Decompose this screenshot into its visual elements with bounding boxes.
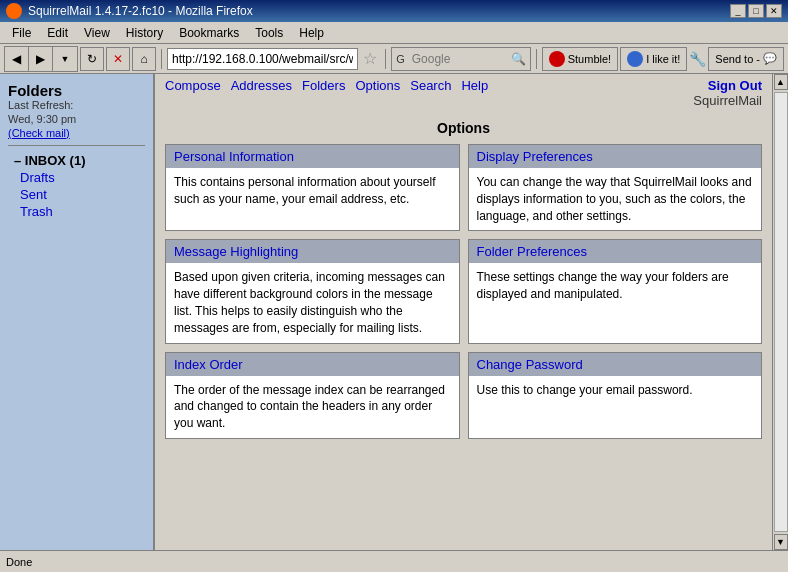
option-message-highlighting: Message Highlighting Based upon given cr… [165,239,460,343]
sidebar-folder-trash[interactable]: Trash [8,203,145,220]
nav-options[interactable]: Options [355,78,400,93]
drafts-link[interactable]: Drafts [20,170,55,185]
index-order-link[interactable]: Index Order [174,357,243,372]
maximize-button[interactable]: □ [748,4,764,18]
home-button[interactable]: ⌂ [132,47,156,71]
minimize-button[interactable]: _ [730,4,746,18]
trash-link[interactable]: Trash [20,204,53,219]
separator-3 [536,49,537,69]
personal-info-link[interactable]: Personal Information [174,149,294,164]
signout-link[interactable]: Sign Out [708,78,762,93]
message-highlighting-link[interactable]: Message Highlighting [174,244,298,259]
firefox-icon [6,3,22,19]
toolbar: ◀ ▶ ▼ ↻ ✕ ⌂ ☆ G 🔍 Stumble! I like it! 🔧 … [0,44,788,74]
close-button[interactable]: ✕ [766,4,782,18]
sidebar-title: Folders [8,82,145,99]
menu-view[interactable]: View [76,24,118,42]
status-text: Done [6,556,32,568]
nav-help[interactable]: Help [461,78,488,93]
separator-2 [385,49,386,69]
option-folder-prefs-header: Folder Preferences [469,240,762,263]
option-change-password-header: Change Password [469,353,762,376]
sendto-button[interactable]: Send to - 💬 [708,47,784,71]
option-index-order-header: Index Order [166,353,459,376]
options-grid: Personal Information This contains perso… [165,144,762,439]
nav-group: ◀ ▶ ▼ [4,46,78,72]
window-controls[interactable]: _ □ ✕ [730,4,782,18]
scrollbar[interactable]: ▲ ▼ [772,74,788,550]
sidebar-divider [8,145,145,146]
search-icon[interactable]: 🔍 [511,52,526,66]
nav-dropdown[interactable]: ▼ [53,47,77,71]
option-personal-info-body: This contains personal information about… [166,168,459,214]
option-change-password: Change Password Use this to change your … [468,352,763,439]
menu-tools[interactable]: Tools [247,24,291,42]
option-folder-prefs-body: These settings change the way your folde… [469,263,762,309]
stumble-button[interactable]: Stumble! [542,47,618,71]
search-group: G 🔍 [391,47,531,71]
option-message-highlighting-header: Message Highlighting [166,240,459,263]
scrollbar-track [774,92,788,532]
option-display-prefs: Display Preferences You can change the w… [468,144,763,231]
sidebar-folder-inbox[interactable]: – INBOX (1) [8,152,145,169]
sendto-label: Send to - [715,53,760,65]
option-index-order-body: The order of the message index can be re… [166,376,459,438]
sq-right: Sign Out SquirrelMail [693,78,762,108]
option-personal-info: Personal Information This contains perso… [165,144,460,231]
nav-folders[interactable]: Folders [302,78,345,93]
nav-compose[interactable]: Compose [165,78,221,93]
sidebar: Folders Last Refresh: Wed, 9:30 pm (Chec… [0,74,155,550]
menu-bookmarks[interactable]: Bookmarks [171,24,247,42]
menu-file[interactable]: File [4,24,39,42]
search-engine-icon: G [396,53,405,65]
options-container: Options Personal Information This contai… [155,112,772,550]
like-button[interactable]: I like it! [620,47,687,71]
address-bar[interactable] [167,48,358,70]
window-title: SquirrelMail 1.4.17-2.fc10 - Mozilla Fir… [28,4,253,18]
nav-search[interactable]: Search [410,78,451,93]
change-password-link[interactable]: Change Password [477,357,583,372]
display-prefs-link[interactable]: Display Preferences [477,149,593,164]
option-display-prefs-header: Display Preferences [469,145,762,168]
separator-1 [161,49,162,69]
folder-prefs-link[interactable]: Folder Preferences [477,244,588,259]
sent-link[interactable]: Sent [20,187,47,202]
menubar: File Edit View History Bookmarks Tools H… [0,22,788,44]
sidebar-folder-sent[interactable]: Sent [8,186,145,203]
check-mail-link[interactable]: (Check mail) [8,127,145,139]
nav-addresses[interactable]: Addresses [231,78,292,93]
option-display-prefs-body: You can change the way that SquirrelMail… [469,168,762,230]
sq-header: Compose Addresses Folders Options Search… [155,74,772,112]
scrollbar-up[interactable]: ▲ [774,74,788,90]
inbox-label: – INBOX (1) [14,153,86,168]
scrollbar-down[interactable]: ▼ [774,534,788,550]
stop-button[interactable]: ✕ [106,47,130,71]
like-label: I like it! [646,53,680,65]
content-area: Compose Addresses Folders Options Search… [155,74,772,550]
option-change-password-body: Use this to change your email password. [469,376,762,405]
squirrelmail-brand: SquirrelMail [693,93,762,108]
back-button[interactable]: ◀ [5,47,29,71]
options-title: Options [165,112,762,144]
menu-edit[interactable]: Edit [39,24,76,42]
chat-icon: 💬 [763,52,777,65]
titlebar-left: SquirrelMail 1.4.17-2.fc10 - Mozilla Fir… [6,3,253,19]
option-message-highlighting-body: Based upon given criteria, incoming mess… [166,263,459,342]
option-personal-info-header: Personal Information [166,145,459,168]
main-layout: Folders Last Refresh: Wed, 9:30 pm (Chec… [0,74,788,550]
titlebar: SquirrelMail 1.4.17-2.fc10 - Mozilla Fir… [0,0,788,22]
sidebar-folder-drafts[interactable]: Drafts [8,169,145,186]
star-icon: ☆ [360,49,380,68]
reload-button[interactable]: ↻ [80,47,104,71]
sidebar-last-refresh: Last Refresh: [8,99,145,111]
statusbar: Done [0,550,788,572]
sidebar-date: Wed, 9:30 pm [8,113,145,125]
forward-button[interactable]: ▶ [29,47,53,71]
search-input[interactable] [408,48,508,70]
extension-icon-1: 🔧 [689,51,706,67]
option-folder-prefs: Folder Preferences These settings change… [468,239,763,343]
menu-help[interactable]: Help [291,24,332,42]
menu-history[interactable]: History [118,24,171,42]
stumble-label: Stumble! [568,53,611,65]
sq-nav: Compose Addresses Folders Options Search… [165,78,488,93]
